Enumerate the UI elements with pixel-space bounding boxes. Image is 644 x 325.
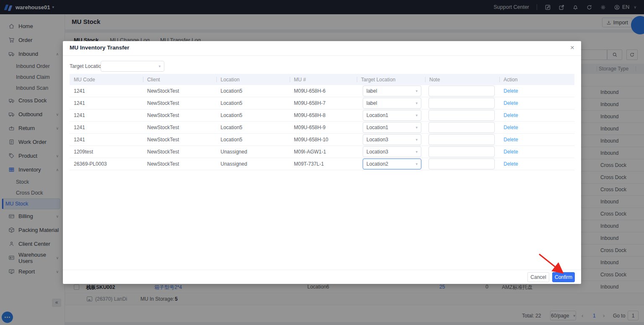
- column-header-label: Action: [504, 77, 517, 83]
- column-header-label: Client: [147, 77, 160, 83]
- delete-link[interactable]: Delete: [504, 125, 518, 130]
- transfer-table-row: 1241NewStockTestLocation5M09U-658H-6labe…: [70, 85, 574, 97]
- note-input[interactable]: [428, 159, 495, 169]
- column-divider: [216, 77, 217, 82]
- column-header-label: Location: [221, 77, 239, 83]
- select-value: Location1: [366, 125, 388, 130]
- target-location-select[interactable]: label▾: [363, 98, 421, 109]
- note-cell: [425, 85, 499, 97]
- target-location-select[interactable]: Location1▾: [363, 110, 421, 121]
- mu-inventory-transfer-dialog: MU Inventory Transfer × Target Location:…: [63, 41, 581, 284]
- column-header-label: Target Location: [361, 77, 395, 83]
- target-location-cell: Location1▾: [357, 109, 425, 121]
- target-location-global-select[interactable]: ▾: [101, 61, 164, 72]
- select-caret-icon: ▾: [158, 64, 161, 68]
- mu-code-cell: 1241: [70, 97, 143, 109]
- target-location-cell: Location1▾: [357, 122, 425, 133]
- select-caret-icon: ▾: [415, 125, 418, 130]
- transfer-table-row: 1241NewStockTestLocation5M09U-658H-7labe…: [70, 97, 574, 109]
- mu-code-cell: 1241: [70, 122, 143, 133]
- mu-number-cell: M09I-AGW1-1: [290, 146, 357, 158]
- target-location-cell: Location3▾: [357, 146, 425, 158]
- note-input[interactable]: [428, 146, 495, 157]
- note-cell: [425, 158, 499, 170]
- column-header-label: MU #: [294, 77, 306, 83]
- location-cell: Unassigned: [216, 158, 290, 170]
- target-location-select[interactable]: Location2▾: [363, 159, 421, 169]
- action-cell: Delete: [499, 109, 574, 121]
- note-cell: [425, 146, 499, 158]
- target-location-select[interactable]: Location3▾: [363, 146, 421, 157]
- column-header-mu-code: MU Code: [70, 74, 143, 85]
- note-input[interactable]: [428, 110, 495, 121]
- mu-number-cell: M09T-737L-1: [290, 158, 357, 170]
- cancel-button[interactable]: Cancel: [527, 272, 549, 282]
- client-cell: NewStockTest: [143, 109, 216, 121]
- column-header-location: Location: [216, 74, 290, 85]
- target-location-label: Target Location:: [70, 63, 105, 69]
- delete-link[interactable]: Delete: [504, 161, 518, 167]
- note-input[interactable]: [428, 122, 495, 133]
- note-input[interactable]: [428, 86, 495, 96]
- select-caret-icon: ▾: [415, 113, 418, 117]
- location-cell: Location5: [216, 134, 290, 146]
- column-header-client: Client: [143, 74, 216, 85]
- mu-code-cell: 1241: [70, 85, 143, 97]
- select-caret-icon: ▾: [415, 162, 418, 166]
- column-divider: [143, 77, 143, 82]
- divider: [63, 270, 581, 270]
- screen: warehouse01 ▾ Support Center: [0, 0, 644, 325]
- column-header-label: MU Code: [74, 77, 95, 83]
- location-cell: Unassigned: [216, 146, 290, 158]
- column-header-mu-: MU #: [290, 74, 357, 85]
- select-value: Location2: [366, 161, 388, 167]
- delete-link[interactable]: Delete: [504, 88, 518, 94]
- action-cell: Delete: [499, 158, 574, 170]
- client-cell: NewStockTest: [143, 97, 216, 109]
- close-icon[interactable]: ×: [570, 44, 574, 52]
- transfer-table-row: 1209testNewStockTestUnassignedM09I-AGW1-…: [70, 146, 574, 158]
- delete-link[interactable]: Delete: [504, 112, 518, 118]
- action-cell: Delete: [499, 134, 574, 146]
- mu-code-cell: 1241: [70, 109, 143, 121]
- action-cell: Delete: [499, 146, 574, 158]
- delete-link[interactable]: Delete: [504, 100, 518, 106]
- mu-number-cell: M09U-658H-9: [290, 122, 357, 133]
- column-divider: [290, 77, 290, 82]
- mu-number-cell: M09U-658H-8: [290, 109, 357, 121]
- client-cell: NewStockTest: [143, 122, 216, 133]
- target-location-cell: label▾: [357, 85, 425, 97]
- location-cell: Location5: [216, 122, 290, 133]
- delete-link[interactable]: Delete: [504, 137, 518, 143]
- location-cell: Location5: [216, 109, 290, 121]
- target-location-select[interactable]: Location3▾: [363, 134, 421, 145]
- confirm-button[interactable]: Confirm: [552, 272, 575, 282]
- select-value: Location3: [366, 137, 388, 143]
- action-cell: Delete: [499, 85, 574, 97]
- transfer-table-row: 1241NewStockTestLocation5M09U-658H-8Loca…: [70, 109, 574, 122]
- client-cell: NewStockTest: [143, 134, 216, 146]
- column-divider: [499, 77, 500, 82]
- select-value: label: [366, 88, 377, 94]
- mu-code-cell: 1209test: [70, 146, 143, 158]
- target-location-select[interactable]: Location1▾: [363, 122, 421, 133]
- transfer-table-row: 1241NewStockTestLocation5M09U-658H-10Loc…: [70, 134, 574, 146]
- select-caret-icon: ▾: [415, 150, 418, 154]
- client-cell: NewStockTest: [143, 146, 216, 158]
- mu-number-cell: M09U-658H-6: [290, 85, 357, 97]
- select-caret-icon: ▾: [415, 89, 418, 93]
- select-value: label: [366, 100, 377, 106]
- delete-link[interactable]: Delete: [504, 149, 518, 155]
- note-input[interactable]: [428, 98, 495, 109]
- select-value: Location3: [366, 149, 388, 155]
- client-cell: NewStockTest: [143, 85, 216, 97]
- note-input[interactable]: [428, 134, 495, 145]
- transfer-table-row: 26369-PL0003NewStockTestUnassignedM09T-7…: [70, 158, 574, 170]
- select-caret-icon: ▾: [415, 138, 418, 142]
- location-cell: Location5: [216, 85, 290, 97]
- target-location-select[interactable]: label▾: [363, 86, 421, 96]
- location-cell: Location5: [216, 97, 290, 109]
- dialog-title: MU Inventory Transfer: [70, 44, 130, 51]
- mu-number-cell: M09U-658H-10: [290, 134, 357, 146]
- column-divider: [425, 77, 426, 82]
